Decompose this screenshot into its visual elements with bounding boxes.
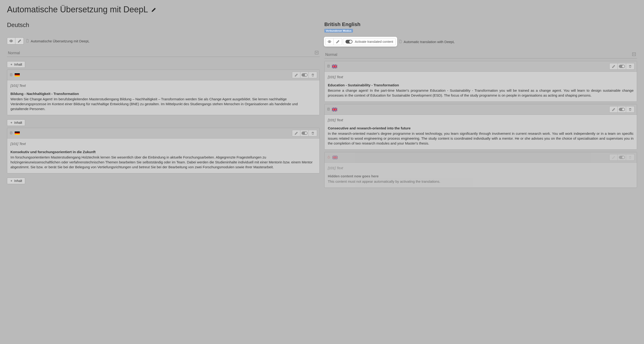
add-content-button[interactable]: Inhalt [7,61,25,68]
content-card: [101] Text Bildung - Nachhaltigkeit - Tr… [7,70,320,115]
edit-button[interactable] [15,38,24,45]
block-title: Education - Sustainability - Transformat… [328,83,634,88]
mode-badge: Verbundener Modus [324,29,353,33]
source-doc-label: Automatische Übersetzung mit DeepL [31,39,90,43]
document-icon [26,39,29,44]
block-id: [101] Text [328,75,634,79]
add-content-label: Inhalt [14,121,22,125]
source-column: Deutsch Automatische Übersetzung mit Dee… [7,22,320,190]
flag-uk-icon [332,108,337,111]
edit-block-button[interactable] [609,106,618,113]
content-card: [101] Text Education - Sustainability - … [324,61,637,102]
target-toolbar: Activate translated content Automatic tr… [324,37,637,46]
block-id: [101] Text [328,118,634,122]
toggle-block-button[interactable] [300,72,309,78]
page-title: Automatische Übersetzung mit DeepL [7,5,637,15]
add-content-label: Inhalt [14,179,22,183]
content-card: [101] Text Konsekutiv und forschungsorie… [7,128,320,173]
delete-block-button[interactable] [309,130,317,136]
collapse-icon[interactable] [632,52,636,57]
content-card: [101] Text Consecutive and research-orie… [324,104,637,150]
content-card-hidden: [101] Text Hidden content now goes here … [324,152,637,188]
flag-de-icon [15,132,20,135]
view-button[interactable] [325,38,334,45]
add-content-button[interactable]: Inhalt [7,119,25,126]
toggle-block-button[interactable] [300,130,309,136]
edit-block-button[interactable] [609,63,618,70]
page-icon [10,73,13,77]
section-bar: Normal [7,49,320,57]
block-title: Konsekutiv und forschungsorientiert in d… [10,149,316,154]
edit-block-button[interactable] [292,130,300,136]
edit-title-icon[interactable] [151,5,156,15]
block-title: Bildung - Nachhaltigkeit - Transformatio… [10,91,316,96]
edit-button[interactable] [334,38,342,45]
document-icon [398,39,402,45]
toggle-block-button[interactable] [618,106,626,113]
section-label: Normal [8,51,20,55]
block-id: [101] Text [328,165,634,170]
block-title: Hidden content now goes here [328,174,634,179]
highlighted-toolbar: Activate translated content [324,37,397,46]
flag-de-icon [15,73,20,77]
toggle-block-button[interactable] [618,154,626,161]
block-id: [101] Text [10,141,316,146]
section-bar: Normal [324,51,637,59]
target-column: British English Verbundener Modus Activa… [324,22,637,190]
target-doc-label: Automatic translation with DeepL [404,40,454,44]
delete-block-button[interactable] [626,63,634,70]
flag-uk-icon [332,156,338,159]
block-text: Im forschungsorientierten Masterstudieng… [10,155,316,169]
toggle-switch-icon [346,40,352,44]
edit-block-button[interactable] [292,72,300,78]
delete-block-button[interactable] [626,154,634,161]
block-text: Become a change agent! In the part-time … [328,88,634,98]
page-title-text: Automatische Übersetzung mit DeepL [7,5,148,15]
delete-block-button[interactable] [626,106,634,113]
collapse-icon[interactable] [314,51,319,56]
page-icon [327,107,330,112]
block-title: Consecutive and research-oriented into t… [328,126,634,131]
block-text: Werden Sie Change Agent! Im berufsbeglei… [10,97,316,111]
flag-uk-icon [332,65,337,68]
source-language-title: Deutsch [7,22,320,29]
toggle-block-button[interactable] [618,63,626,70]
block-text: This content must not appear automatical… [328,179,634,184]
block-id: [101] Text [10,83,316,88]
activate-translated-toggle[interactable]: Activate translated content [343,38,396,45]
delete-block-button[interactable] [309,72,317,78]
target-language-title: British English [324,22,637,28]
add-content-label: Inhalt [14,63,22,66]
page-icon [10,131,13,135]
view-button[interactable] [7,38,15,45]
section-label: Normal [325,53,337,57]
page-icon [327,64,330,69]
add-content-button[interactable]: Inhalt [7,178,25,184]
edit-block-button[interactable] [609,154,618,161]
pending-icon [327,155,330,160]
block-text: In the research-oriented master's degree… [328,131,634,146]
source-toolbar: Automatische Übersetzung mit DeepL [7,38,320,45]
activate-label: Activate translated content [355,40,393,44]
